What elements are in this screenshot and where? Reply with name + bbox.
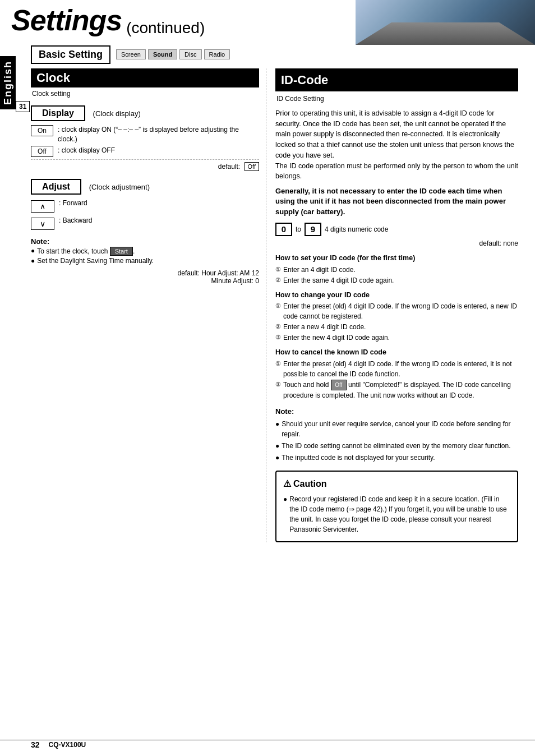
id-code-intro: Prior to operating this unit, it is advi… <box>275 108 518 182</box>
circle-num-k2: ② <box>275 380 281 389</box>
clock-heading: Clock <box>31 68 259 87</box>
off-button-inline[interactable]: Off <box>331 380 347 390</box>
circle-num-k1: ① <box>275 359 281 368</box>
digit-from-box: 0 <box>275 223 292 236</box>
bullet-icon-2: ● <box>31 257 35 265</box>
clock-note-text-1: To start the clock, touch Start. <box>37 247 135 256</box>
clock-off-desc: : clock display OFF <box>58 146 115 155</box>
id-code-note-item-2: ● The ID code setting cannot be eliminat… <box>275 441 518 451</box>
id-code-note-item-1: ● Should your unit ever require service,… <box>275 419 518 439</box>
how-to-cancel-step-1-text: Enter the preset (old) 4 digit ID code. … <box>283 359 518 379</box>
circle-num-c2: ② <box>275 322 281 331</box>
default-adjust-section: default: Hour Adjust: AM 12 Minute Adjus… <box>31 269 259 285</box>
header-road-image <box>356 0 535 45</box>
digit-to-box: 9 <box>305 223 321 236</box>
default-adjust-line1: default: Hour Adjust: AM 12 <box>31 269 259 277</box>
circle-num-c1: ① <box>275 301 281 311</box>
tab-sound[interactable]: Sound <box>148 49 177 59</box>
circle-num-c3: ③ <box>275 333 281 342</box>
tab-disc[interactable]: Disc <box>179 49 201 59</box>
forward-option: ∧ : Forward <box>31 199 259 214</box>
how-to-change-step-1: ① Enter the preset (old) 4 digit ID code… <box>275 301 518 321</box>
how-to-first-step-1: ① Enter an 4 digit ID code. <box>275 265 518 275</box>
digit-desc: 4 digits numeric code <box>325 224 388 234</box>
how-to-change-step-1-text: Enter the preset (old) 4 digit ID code. … <box>283 301 518 321</box>
clock-on-desc: : clock display ON (“– –:– –” is display… <box>58 125 259 144</box>
how-to-first-step-2: ② Enter the same 4 digit ID code again. <box>275 275 518 285</box>
road-overlay <box>356 22 535 45</box>
digit-to-label: to <box>296 224 301 234</box>
tab-radio[interactable]: Radio <box>204 49 230 59</box>
clock-note-item-2: ● Set the Daylight Saving Time manually. <box>31 257 259 265</box>
clock-note-title: Note: <box>31 237 259 246</box>
display-label: Display <box>31 105 85 121</box>
clock-section: Clock Clock setting Display (Clock displ… <box>31 68 266 542</box>
section-page-number: 31 <box>16 101 30 112</box>
adjust-label: Adjust <box>31 179 81 195</box>
backward-desc: : Backward <box>59 216 92 225</box>
how-to-cancel-step-2-text: Touch and hold Off until "Completed!" is… <box>283 380 518 400</box>
display-control-row: Display (Clock display) <box>31 102 259 123</box>
bullet-id-3: ● <box>275 453 279 463</box>
caution-box: ⚠ Caution ● Record your registered ID co… <box>275 471 518 542</box>
forward-desc: : Forward <box>59 199 87 208</box>
adjust-comment: (Clock adjustment) <box>89 183 150 191</box>
id-code-note-text-3: The inputted code is not displayed for y… <box>282 453 435 463</box>
how-to-cancel-step-1: ① Enter the preset (old) 4 digit ID code… <box>275 359 518 379</box>
id-code-note-title: Note: <box>275 406 518 417</box>
caution-bullet-item: ● Record your registered ID code and kee… <box>283 494 510 534</box>
default-adjust-line2: Minute Adjust: 0 <box>31 277 259 285</box>
footer-model-name: CQ-VX100U <box>49 741 86 749</box>
how-to-cancel-title: How to cancel the known ID code <box>275 347 518 358</box>
caution-bullet-icon: ● <box>283 494 287 504</box>
circle-num-icon-2: ② <box>275 275 281 285</box>
backward-arrow-button[interactable]: ∨ <box>31 218 54 230</box>
id-code-note-text-2: The ID code setting cannot be eliminated… <box>282 441 510 451</box>
id-code-note: Note: ● Should your unit ever require se… <box>275 406 518 463</box>
bullet-icon: ● <box>31 247 35 255</box>
how-to-cancel-step-2: ② Touch and hold Off until "Completed!" … <box>275 380 518 400</box>
clock-note: Note: ● To start the clock, touch Start.… <box>31 237 259 265</box>
start-button[interactable]: Start <box>110 247 133 256</box>
page-title-bold: Settings <box>11 4 122 36</box>
digit-range: 0 to 9 4 digits numeric code <box>275 223 518 236</box>
page-title-continued: (continued) <box>126 19 205 36</box>
how-to-change-step-2-text: Enter a new 4 digit ID code. <box>283 322 366 332</box>
bullet-id-2: ● <box>275 441 279 451</box>
footer: 32 CQ-VX100U <box>0 740 535 749</box>
display-comment: (Clock display) <box>93 109 141 118</box>
caution-label: Caution <box>293 477 327 491</box>
default-value-badge: Off <box>245 162 259 171</box>
clock-note-text-2: Set the Daylight Saving Time manually. <box>37 257 154 265</box>
how-to-change-step-3-text: Enter the new 4 digit ID code again. <box>283 333 390 343</box>
footer-page-number: 32 <box>31 740 40 749</box>
id-code-bold-text: Generally, it is not necessary to enter … <box>275 186 518 217</box>
sidebar-language-label: English <box>0 56 16 109</box>
id-code-note-item-3: ● The inputted code is not displayed for… <box>275 453 518 463</box>
clock-on-option: On : clock display ON (“– –:– –” is disp… <box>31 125 259 144</box>
how-to-change-step-3: ③ Enter the new 4 digit ID code again. <box>275 333 518 343</box>
page-header: Settings(continued) <box>0 0 535 41</box>
main-content: Clock Clock setting Display (Clock displ… <box>31 68 518 542</box>
how-to-change-step-2: ② Enter a new 4 digit ID code. <box>275 322 518 332</box>
clock-note-item-1: ● To start the clock, touch Start. <box>31 247 259 256</box>
caution-text: Record your registered ID code and keep … <box>289 494 510 534</box>
tab-screen[interactable]: Screen <box>116 49 146 59</box>
clock-display-default: default: Off <box>31 159 259 171</box>
default-label: default: <box>218 163 240 170</box>
how-to-first-step-1-text: Enter an 4 digit ID code. <box>283 265 356 275</box>
clock-off-button[interactable]: Off <box>31 146 53 157</box>
caution-title: ⚠ Caution <box>283 477 510 491</box>
clock-subheading: Clock setting <box>31 90 259 98</box>
id-code-subheading: ID Code Setting <box>275 94 518 104</box>
id-code-note-text-1: Should your unit ever require service, c… <box>282 419 518 439</box>
forward-arrow-button[interactable]: ∧ <box>31 200 54 213</box>
id-code-heading: ID-Code <box>275 68 518 91</box>
clock-on-button[interactable]: On <box>31 125 53 136</box>
id-code-section: ID-Code ID Code Setting Prior to operati… <box>275 68 518 542</box>
how-to-first-step-2-text: Enter the same 4 digit ID code again. <box>283 275 394 285</box>
default-none: default: none <box>275 238 518 248</box>
basic-setting-bar: Basic Setting Screen Sound Disc Radio <box>31 45 518 64</box>
basic-setting-label: Basic Setting <box>31 45 110 64</box>
circle-num-icon: ① <box>275 265 281 274</box>
